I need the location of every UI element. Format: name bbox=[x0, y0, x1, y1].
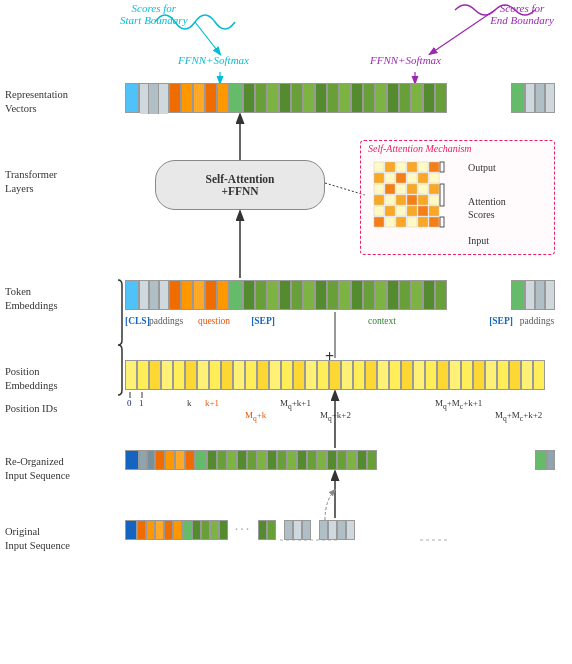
position-bar bbox=[125, 360, 555, 390]
ffnn-end-label: FFNN+Softmax bbox=[370, 54, 441, 66]
paddings1-label: paddings bbox=[149, 316, 181, 326]
attention-scores-label: Attention Scores bbox=[468, 195, 506, 221]
svg-rect-41 bbox=[407, 206, 417, 216]
svg-rect-43 bbox=[429, 206, 439, 216]
posid-1: 1 bbox=[139, 398, 144, 408]
svg-rect-32 bbox=[374, 195, 384, 205]
posid-mq-k: Mq+k bbox=[245, 410, 266, 423]
output-label: Output bbox=[468, 162, 496, 173]
svg-rect-19 bbox=[429, 162, 439, 172]
svg-rect-30 bbox=[418, 184, 428, 194]
diagram-container: Scores for Start Boundary Scores for End… bbox=[0, 0, 572, 664]
cls-token-label: [CLS] bbox=[125, 316, 147, 326]
svg-rect-23 bbox=[407, 173, 417, 183]
original-input-label: Original Input Sequence bbox=[5, 525, 123, 552]
posid-mq-k2: Mq+k+2 bbox=[320, 410, 351, 423]
reorg-bar bbox=[125, 450, 555, 470]
svg-rect-33 bbox=[385, 195, 395, 205]
position-ids-label: Position IDs bbox=[5, 403, 123, 414]
sep2-label: [SEP] bbox=[485, 316, 517, 326]
orig-reorg-arrow-svg bbox=[125, 470, 555, 525]
scores-start-label: Scores for Start Boundary bbox=[120, 2, 188, 26]
svg-rect-25 bbox=[429, 173, 439, 183]
svg-rect-31 bbox=[429, 184, 439, 194]
svg-rect-49 bbox=[429, 217, 439, 227]
position-embeddings-label: Position Embeddings bbox=[5, 365, 123, 392]
svg-line-9 bbox=[325, 183, 365, 195]
svg-rect-34 bbox=[396, 195, 406, 205]
transformer-box: Self-Attention +FFNN bbox=[155, 160, 325, 210]
ffnn-start-label: FFNN+Softmax bbox=[178, 54, 249, 66]
svg-rect-21 bbox=[385, 173, 395, 183]
context-label: context bbox=[281, 316, 483, 326]
svg-rect-20 bbox=[374, 173, 384, 183]
svg-rect-14 bbox=[374, 162, 384, 172]
svg-line-0 bbox=[195, 22, 220, 54]
svg-rect-40 bbox=[396, 206, 406, 216]
svg-rect-18 bbox=[418, 162, 428, 172]
posid-mq-k1: Mq+k+1 bbox=[280, 398, 311, 411]
svg-rect-17 bbox=[407, 162, 417, 172]
svg-rect-27 bbox=[385, 184, 395, 194]
svg-rect-35 bbox=[407, 195, 417, 205]
svg-rect-16 bbox=[396, 162, 406, 172]
attention-grid: // We'll just draw this inline bbox=[372, 160, 460, 248]
svg-rect-42 bbox=[418, 206, 428, 216]
input-label: Input bbox=[468, 235, 489, 246]
sep1-label: [SEP] bbox=[247, 316, 279, 326]
question-label: question bbox=[183, 316, 245, 326]
svg-rect-48 bbox=[418, 217, 428, 227]
paddings2-label: paddings bbox=[519, 316, 555, 326]
posid-mq-mc-k2: Mq+Mc+k+2 bbox=[495, 410, 542, 423]
svg-rect-36 bbox=[418, 195, 428, 205]
scores-end-label: Scores for End Boundary bbox=[490, 2, 554, 26]
reorg-input-label: Re-Organized Input Sequence bbox=[5, 455, 123, 482]
svg-line-1 bbox=[430, 10, 495, 54]
posid-k: k bbox=[187, 398, 192, 408]
svg-rect-29 bbox=[407, 184, 417, 194]
svg-rect-15 bbox=[385, 162, 395, 172]
token-text-labels: [CLS] paddings question [SEP] context [S… bbox=[125, 316, 555, 326]
svg-rect-37 bbox=[429, 195, 439, 205]
token-embeddings-bar bbox=[125, 280, 555, 310]
svg-rect-51 bbox=[440, 184, 444, 206]
svg-rect-52 bbox=[440, 217, 444, 227]
svg-rect-28 bbox=[396, 184, 406, 194]
svg-rect-39 bbox=[385, 206, 395, 216]
self-attention-title: Self-Attention Mechanism bbox=[368, 143, 472, 154]
posid-0: 0 bbox=[127, 398, 132, 408]
svg-rect-22 bbox=[396, 173, 406, 183]
svg-rect-45 bbox=[385, 217, 395, 227]
svg-rect-46 bbox=[396, 217, 406, 227]
svg-rect-24 bbox=[418, 173, 428, 183]
posid-k1: k+1 bbox=[205, 398, 219, 408]
svg-rect-38 bbox=[374, 206, 384, 216]
svg-rect-50 bbox=[440, 162, 444, 172]
svg-rect-44 bbox=[374, 217, 384, 227]
transformer-layers-label: Transformer Layers bbox=[5, 168, 123, 195]
representation-vectors-label: Representation Vectors bbox=[5, 88, 123, 115]
svg-rect-47 bbox=[407, 217, 417, 227]
svg-rect-26 bbox=[374, 184, 384, 194]
posid-mq-mc-k1: Mq+Mc+k+1 bbox=[435, 398, 482, 411]
token-embeddings-label: Token Embeddings bbox=[5, 285, 123, 312]
original-bar: ··· bbox=[125, 520, 555, 540]
representation-bar bbox=[125, 83, 555, 113]
